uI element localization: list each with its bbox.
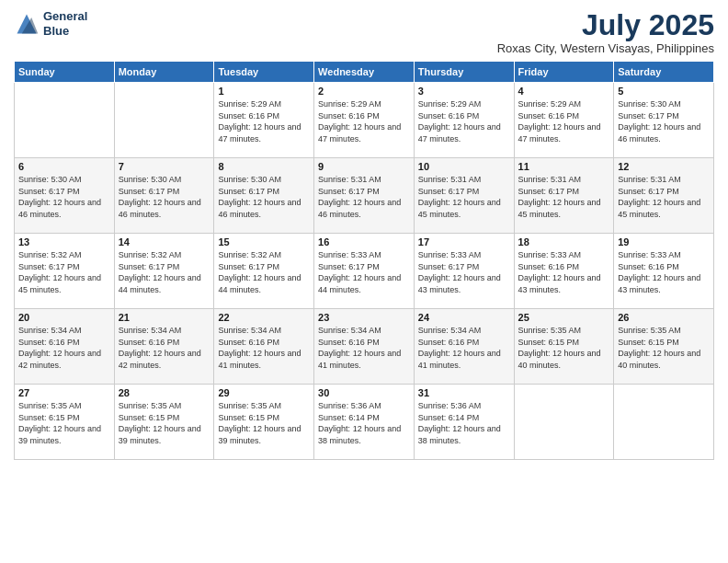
- day-cell: 17Sunrise: 5:33 AM Sunset: 6:17 PM Dayli…: [414, 234, 514, 309]
- day-cell: 21Sunrise: 5:34 AM Sunset: 6:16 PM Dayli…: [114, 309, 214, 385]
- day-number: 11: [518, 161, 610, 172]
- day-number: 20: [18, 312, 110, 323]
- weekday-saturday: Saturday: [614, 62, 714, 83]
- day-info: Sunrise: 5:33 AM Sunset: 6:17 PM Dayligh…: [318, 249, 410, 295]
- day-info: Sunrise: 5:34 AM Sunset: 6:16 PM Dayligh…: [18, 325, 110, 371]
- weekday-header-row: SundayMondayTuesdayWednesdayThursdayFrid…: [15, 62, 714, 83]
- day-info: Sunrise: 5:33 AM Sunset: 6:16 PM Dayligh…: [618, 249, 710, 295]
- weekday-friday: Friday: [514, 62, 614, 83]
- day-number: 24: [418, 312, 510, 323]
- day-number: 12: [618, 161, 710, 172]
- day-number: 21: [119, 312, 210, 323]
- day-cell: 4Sunrise: 5:29 AM Sunset: 6:16 PM Daylig…: [514, 83, 614, 158]
- day-cell: 29Sunrise: 5:35 AM Sunset: 6:15 PM Dayli…: [214, 385, 314, 460]
- day-cell: 14Sunrise: 5:32 AM Sunset: 6:17 PM Dayli…: [114, 234, 214, 309]
- day-info: Sunrise: 5:35 AM Sunset: 6:15 PM Dayligh…: [618, 325, 710, 371]
- day-number: 31: [418, 387, 510, 398]
- day-number: 18: [518, 236, 610, 247]
- day-number: 17: [418, 236, 510, 247]
- day-cell: 24Sunrise: 5:34 AM Sunset: 6:16 PM Dayli…: [414, 309, 514, 385]
- header: General Blue July 2025 Roxas City, Weste…: [14, 9, 714, 55]
- page: General Blue July 2025 Roxas City, Weste…: [0, 0, 728, 563]
- day-number: 29: [218, 387, 310, 398]
- weekday-wednesday: Wednesday: [314, 62, 415, 83]
- day-info: Sunrise: 5:34 AM Sunset: 6:16 PM Dayligh…: [218, 325, 310, 371]
- day-cell: 31Sunrise: 5:36 AM Sunset: 6:14 PM Dayli…: [414, 385, 514, 460]
- day-info: Sunrise: 5:36 AM Sunset: 6:14 PM Dayligh…: [318, 400, 410, 446]
- day-number: 23: [318, 312, 410, 323]
- day-cell: [614, 385, 714, 460]
- day-cell: 20Sunrise: 5:34 AM Sunset: 6:16 PM Dayli…: [15, 309, 115, 385]
- day-number: 22: [218, 312, 310, 323]
- day-cell: 16Sunrise: 5:33 AM Sunset: 6:17 PM Dayli…: [314, 234, 415, 309]
- day-cell: 25Sunrise: 5:35 AM Sunset: 6:15 PM Dayli…: [514, 309, 614, 385]
- week-row-2: 13Sunrise: 5:32 AM Sunset: 6:17 PM Dayli…: [15, 234, 714, 309]
- day-cell: 9Sunrise: 5:31 AM Sunset: 6:17 PM Daylig…: [314, 158, 415, 234]
- week-row-1: 6Sunrise: 5:30 AM Sunset: 6:17 PM Daylig…: [15, 158, 714, 234]
- day-info: Sunrise: 5:32 AM Sunset: 6:17 PM Dayligh…: [119, 249, 210, 295]
- title-block: July 2025 Roxas City, Western Visayas, P…: [497, 9, 714, 55]
- day-cell: 27Sunrise: 5:35 AM Sunset: 6:15 PM Dayli…: [15, 385, 115, 460]
- day-cell: 26Sunrise: 5:35 AM Sunset: 6:15 PM Dayli…: [614, 309, 714, 385]
- day-cell: [514, 385, 614, 460]
- day-info: Sunrise: 5:29 AM Sunset: 6:16 PM Dayligh…: [318, 98, 410, 144]
- day-cell: 6Sunrise: 5:30 AM Sunset: 6:17 PM Daylig…: [15, 158, 115, 234]
- day-number: 8: [218, 161, 310, 172]
- day-number: 28: [119, 387, 210, 398]
- day-number: 27: [18, 387, 110, 398]
- day-info: Sunrise: 5:36 AM Sunset: 6:14 PM Dayligh…: [418, 400, 510, 446]
- day-number: 4: [518, 86, 610, 97]
- day-number: 15: [218, 236, 310, 247]
- day-info: Sunrise: 5:35 AM Sunset: 6:15 PM Dayligh…: [18, 400, 110, 446]
- day-number: 14: [119, 236, 210, 247]
- day-info: Sunrise: 5:35 AM Sunset: 6:15 PM Dayligh…: [518, 325, 610, 371]
- day-info: Sunrise: 5:34 AM Sunset: 6:16 PM Dayligh…: [119, 325, 210, 371]
- day-number: 2: [318, 86, 410, 97]
- day-info: Sunrise: 5:34 AM Sunset: 6:16 PM Dayligh…: [318, 325, 410, 371]
- day-cell: 28Sunrise: 5:35 AM Sunset: 6:15 PM Dayli…: [114, 385, 214, 460]
- day-number: 13: [18, 236, 110, 247]
- day-cell: 3Sunrise: 5:29 AM Sunset: 6:16 PM Daylig…: [414, 83, 514, 158]
- day-info: Sunrise: 5:34 AM Sunset: 6:16 PM Dayligh…: [418, 325, 510, 371]
- day-number: 25: [518, 312, 610, 323]
- month-title: July 2025: [497, 9, 714, 41]
- day-cell: 18Sunrise: 5:33 AM Sunset: 6:16 PM Dayli…: [514, 234, 614, 309]
- day-cell: 2Sunrise: 5:29 AM Sunset: 6:16 PM Daylig…: [314, 83, 415, 158]
- logo: General Blue: [14, 9, 87, 38]
- day-cell: 11Sunrise: 5:31 AM Sunset: 6:17 PM Dayli…: [514, 158, 614, 234]
- day-info: Sunrise: 5:30 AM Sunset: 6:17 PM Dayligh…: [618, 98, 710, 144]
- day-info: Sunrise: 5:35 AM Sunset: 6:15 PM Dayligh…: [218, 400, 310, 446]
- day-info: Sunrise: 5:29 AM Sunset: 6:16 PM Dayligh…: [218, 98, 310, 144]
- day-info: Sunrise: 5:30 AM Sunset: 6:17 PM Dayligh…: [18, 174, 110, 220]
- day-info: Sunrise: 5:33 AM Sunset: 6:16 PM Dayligh…: [518, 249, 610, 295]
- day-number: 6: [18, 161, 110, 172]
- day-info: Sunrise: 5:30 AM Sunset: 6:17 PM Dayligh…: [218, 174, 310, 220]
- week-row-4: 27Sunrise: 5:35 AM Sunset: 6:15 PM Dayli…: [15, 385, 714, 460]
- day-number: 26: [618, 312, 710, 323]
- day-number: 16: [318, 236, 410, 247]
- day-info: Sunrise: 5:31 AM Sunset: 6:17 PM Dayligh…: [618, 174, 710, 220]
- weekday-sunday: Sunday: [15, 62, 115, 83]
- day-info: Sunrise: 5:32 AM Sunset: 6:17 PM Dayligh…: [218, 249, 310, 295]
- day-cell: [114, 83, 214, 158]
- week-row-3: 20Sunrise: 5:34 AM Sunset: 6:16 PM Dayli…: [15, 309, 714, 385]
- day-cell: 13Sunrise: 5:32 AM Sunset: 6:17 PM Dayli…: [15, 234, 115, 309]
- day-info: Sunrise: 5:30 AM Sunset: 6:17 PM Dayligh…: [119, 174, 210, 220]
- day-info: Sunrise: 5:31 AM Sunset: 6:17 PM Dayligh…: [518, 174, 610, 220]
- day-number: 30: [318, 387, 410, 398]
- day-number: 19: [618, 236, 710, 247]
- day-cell: 10Sunrise: 5:31 AM Sunset: 6:17 PM Dayli…: [414, 158, 514, 234]
- weekday-tuesday: Tuesday: [214, 62, 314, 83]
- day-info: Sunrise: 5:32 AM Sunset: 6:17 PM Dayligh…: [18, 249, 110, 295]
- day-cell: 7Sunrise: 5:30 AM Sunset: 6:17 PM Daylig…: [114, 158, 214, 234]
- day-cell: 22Sunrise: 5:34 AM Sunset: 6:16 PM Dayli…: [214, 309, 314, 385]
- day-cell: 8Sunrise: 5:30 AM Sunset: 6:17 PM Daylig…: [214, 158, 314, 234]
- day-cell: 19Sunrise: 5:33 AM Sunset: 6:16 PM Dayli…: [614, 234, 714, 309]
- day-cell: 12Sunrise: 5:31 AM Sunset: 6:17 PM Dayli…: [614, 158, 714, 234]
- location-title: Roxas City, Western Visayas, Philippines: [497, 41, 714, 55]
- day-number: 10: [418, 161, 510, 172]
- logo-icon: [14, 11, 40, 37]
- day-info: Sunrise: 5:29 AM Sunset: 6:16 PM Dayligh…: [518, 98, 610, 144]
- weekday-monday: Monday: [114, 62, 214, 83]
- day-cell: 1Sunrise: 5:29 AM Sunset: 6:16 PM Daylig…: [214, 83, 314, 158]
